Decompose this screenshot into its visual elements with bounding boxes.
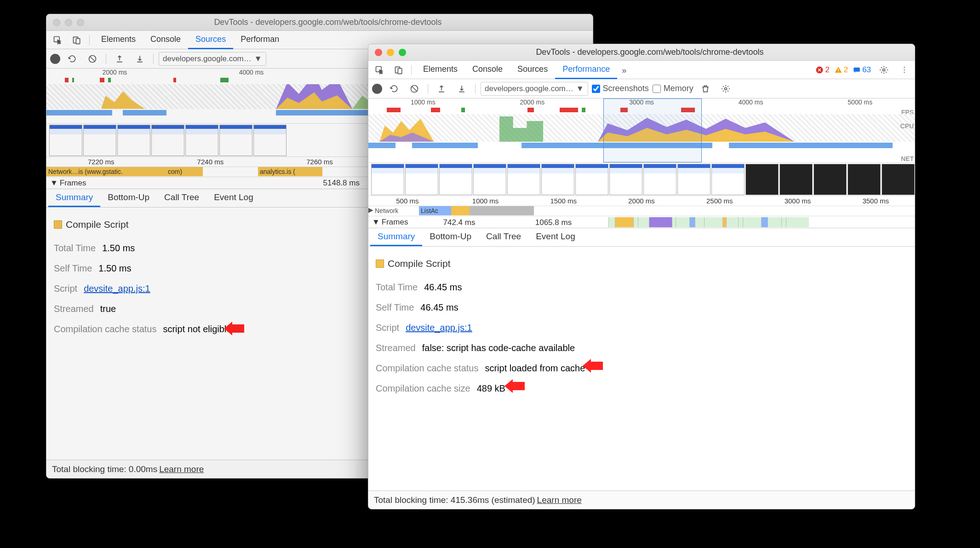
- svg-rect-6: [398, 68, 401, 74]
- tab-sources[interactable]: Sources: [510, 60, 555, 79]
- error-badge: 2: [815, 65, 829, 75]
- svg-point-13: [724, 87, 727, 90]
- device-toggle-icon[interactable]: [390, 63, 407, 77]
- chevron-down-icon: ▼: [576, 84, 584, 93]
- tab-console[interactable]: Console: [465, 60, 510, 79]
- more-tabs-icon[interactable]: »: [617, 62, 631, 79]
- perf-toolbar-front: developers.google.com… ▼ Screenshots Mem…: [368, 79, 915, 98]
- chevron-down-icon: ▼: [50, 179, 58, 188]
- category-color-chip: [54, 220, 62, 229]
- chevron-down-icon: ▼: [254, 54, 262, 63]
- devtools-window-front: DevTools - developers.google.com/web/too…: [368, 44, 915, 509]
- reload-icon[interactable]: [386, 81, 402, 96]
- close-icon[interactable]: [375, 49, 382, 56]
- tab-sources[interactable]: Sources: [188, 30, 233, 49]
- screenshot-thumbnails[interactable]: [368, 163, 915, 196]
- dtab-bottomup[interactable]: Bottom-Up: [422, 228, 479, 246]
- upload-icon[interactable]: [111, 52, 128, 66]
- svg-point-11: [883, 69, 885, 71]
- panel-tabs: Elements Console Sources Performan: [94, 31, 287, 49]
- frames-row[interactable]: ▼Frames 742.4 ms 1065.8 ms: [368, 216, 915, 228]
- chevron-down-icon: ▼: [372, 218, 380, 227]
- main-toolbar: Elements Console Sources Performance » 2…: [368, 61, 915, 79]
- reload-icon[interactable]: [64, 52, 80, 66]
- upload-icon[interactable]: [433, 81, 450, 96]
- inspect-icon[interactable]: [371, 63, 388, 77]
- memory-checkbox[interactable]: Memory: [653, 84, 693, 93]
- overview-ruler: 1000 ms2000 ms3000 ms4000 ms5000 ms: [368, 98, 915, 108]
- download-icon[interactable]: [132, 52, 148, 66]
- dtab-calltree[interactable]: Call Tree: [479, 228, 528, 246]
- dtab-summary[interactable]: Summary: [48, 189, 100, 207]
- svg-rect-9: [838, 71, 839, 72]
- detail-tabs: Summary Bottom-Up Call Tree Event Log: [368, 228, 915, 247]
- gear-icon[interactable]: [717, 81, 734, 96]
- traffic-lights: [46, 19, 91, 26]
- recording-selector[interactable]: developers.google.com… ▼: [159, 52, 266, 66]
- overview-front[interactable]: 1000 ms2000 ms3000 ms4000 ms5000 ms FPS …: [368, 98, 915, 163]
- net-label: NET: [901, 155, 914, 162]
- dtab-bottomup[interactable]: Bottom-Up: [100, 189, 157, 207]
- window-title: DevTools - developers.google.com/web/too…: [413, 47, 915, 57]
- titlebar-front: DevTools - developers.google.com/web/too…: [368, 44, 915, 61]
- trash-icon[interactable]: [697, 81, 714, 96]
- tab-elements[interactable]: Elements: [416, 60, 465, 79]
- category-color-chip: [376, 260, 384, 268]
- script-link[interactable]: devsite_app.js:1: [84, 283, 150, 294]
- script-link[interactable]: devsite_app.js:1: [406, 323, 472, 333]
- annotation-arrow-icon: [504, 379, 525, 393]
- messages-badge: 63: [853, 65, 871, 75]
- close-icon[interactable]: [53, 19, 60, 26]
- recording-selector[interactable]: developers.google.com… ▼: [481, 82, 588, 96]
- svg-rect-10: [854, 67, 860, 71]
- svg-rect-2: [76, 38, 80, 44]
- traffic-lights: [368, 49, 413, 56]
- annotation-arrow-icon: [224, 322, 244, 335]
- tab-elements[interactable]: Elements: [94, 30, 143, 49]
- warning-badge: 2: [834, 65, 848, 75]
- dtab-summary[interactable]: Summary: [370, 228, 422, 246]
- zoom-icon[interactable]: [77, 19, 84, 26]
- tab-performance[interactable]: Performance: [555, 60, 617, 79]
- flame-network-row[interactable]: ▶ Network ListAc: [368, 206, 915, 216]
- cpu-label: CPU: [900, 122, 914, 130]
- zoom-icon[interactable]: [399, 49, 406, 56]
- inspect-icon[interactable]: [49, 33, 66, 47]
- minimize-icon[interactable]: [387, 49, 394, 56]
- clear-icon[interactable]: [406, 81, 423, 96]
- device-toggle-icon[interactable]: [69, 33, 85, 47]
- learn-more-link[interactable]: Learn more: [159, 464, 204, 474]
- console-badges[interactable]: 2 2 63 ⋮: [815, 62, 912, 77]
- summary-panel-front: Compile Script Total Time46.45 ms Self T…: [368, 247, 915, 405]
- dtab-eventlog[interactable]: Event Log: [206, 189, 261, 207]
- status-footer: Total blocking time: 415.36ms (estimated…: [368, 490, 915, 509]
- annotation-arrow-icon: [583, 359, 603, 373]
- screenshots-checkbox[interactable]: Screenshots: [592, 84, 649, 93]
- tab-console[interactable]: Console: [143, 30, 188, 49]
- detail-ruler: 500 ms1000 ms1500 ms2000 ms2500 ms3000 m…: [368, 196, 915, 206]
- dtab-eventlog[interactable]: Event Log: [528, 228, 583, 246]
- learn-more-link[interactable]: Learn more: [537, 495, 582, 505]
- gear-icon[interactable]: [876, 63, 892, 77]
- panel-tabs: Elements Console Sources Performance »: [416, 61, 631, 79]
- record-icon[interactable]: [372, 84, 382, 94]
- kebab-icon[interactable]: ⋮: [897, 62, 912, 77]
- titlebar-back: DevTools - developers.google.com/web/too…: [46, 14, 593, 31]
- download-icon[interactable]: [453, 81, 470, 96]
- tab-performance[interactable]: Performan: [233, 30, 287, 49]
- record-icon[interactable]: [50, 54, 60, 64]
- dtab-calltree[interactable]: Call Tree: [157, 189, 206, 207]
- minimize-icon[interactable]: [65, 19, 72, 26]
- svg-rect-8: [838, 69, 839, 70]
- window-title: DevTools - developers.google.com/web/too…: [91, 17, 593, 27]
- clear-icon[interactable]: [84, 52, 101, 66]
